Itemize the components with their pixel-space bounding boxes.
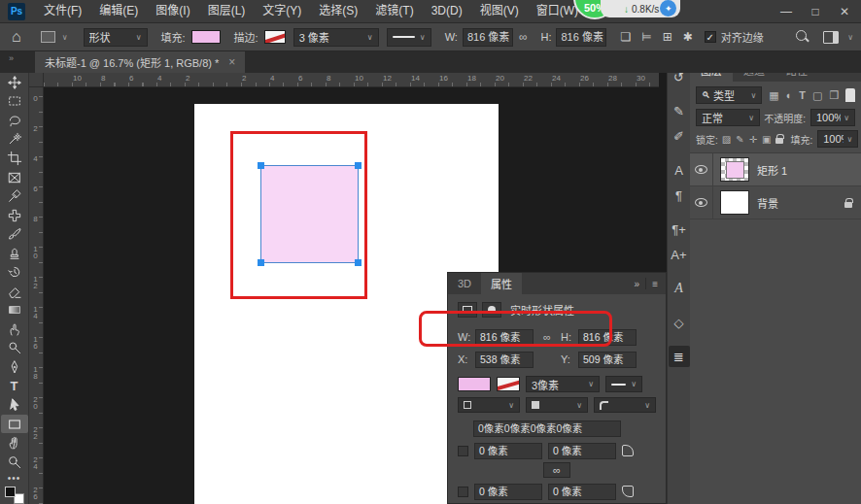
align-edges-checkbox[interactable]: ✓	[705, 31, 716, 43]
close-button[interactable]: ✕	[830, 0, 859, 23]
menu-item-5[interactable]: 选择(S)	[310, 0, 366, 22]
horizontal-ruler[interactable]: 10864224681012141618202224262830	[44, 73, 659, 87]
zoom-tool[interactable]	[1, 453, 28, 472]
tab-properties[interactable]: 属性	[481, 273, 522, 294]
menu-item-8[interactable]: 视图(V)	[471, 0, 528, 22]
crop-tool[interactable]	[1, 149, 28, 168]
home-icon[interactable]: ⌂	[12, 30, 21, 44]
prop-y-input[interactable]: 509 像素	[578, 352, 637, 368]
marquee-tool[interactable]	[1, 92, 28, 112]
dodge-tool[interactable]	[1, 339, 28, 358]
glyphs-panel-icon[interactable]: A	[669, 278, 690, 299]
3d-panel-icon[interactable]: ◇	[669, 312, 690, 333]
corner-radius-bottom-right-input[interactable]: 0 像素	[548, 484, 616, 500]
rectangle-shape[interactable]	[260, 165, 359, 263]
lock-position-icon[interactable]: ✛	[749, 134, 757, 145]
tool-mode-select[interactable]: 形状 ∨	[84, 28, 148, 47]
height-input[interactable]: 816 像素	[556, 28, 606, 47]
history-brush-tool[interactable]	[1, 262, 28, 282]
transform-handle-bottom-right[interactable]	[355, 259, 362, 266]
pixel-filter-icon[interactable]: ▦	[769, 89, 778, 102]
transform-handle-bottom-left[interactable]	[258, 259, 264, 266]
brush-tool[interactable]	[1, 224, 28, 244]
menu-item-6[interactable]: 滤镜(T)	[366, 0, 422, 22]
eyedropper-tool[interactable]	[1, 186, 28, 206]
shape-filter-icon[interactable]: ▢	[812, 89, 822, 102]
menu-item-7[interactable]: 3D(D)	[423, 0, 471, 22]
stroke-style-select[interactable]: ∨	[387, 28, 431, 47]
collapse-panel-icon[interactable]: »	[635, 279, 640, 289]
type-filter-icon[interactable]: T	[799, 89, 806, 101]
path-selection-tool[interactable]	[1, 395, 28, 415]
transform-handle-top-left[interactable]	[258, 162, 264, 169]
link-dimensions-icon[interactable]: ∞	[519, 30, 528, 44]
minimize-button[interactable]: —	[772, 0, 801, 23]
frame-tool[interactable]	[1, 168, 28, 187]
stroke-align-select[interactable]: ∨	[458, 397, 520, 413]
rectangle-tool[interactable]	[1, 415, 28, 434]
opacity-select[interactable]: 100% ∨	[810, 109, 855, 126]
arrange-icon[interactable]: ⊞	[663, 30, 672, 44]
settings-icon[interactable]: ✱	[683, 30, 693, 44]
stroke-caps-select[interactable]: ∨	[526, 397, 588, 413]
corner-radius-top-left-input[interactable]: 0 像素	[474, 443, 542, 459]
layer-visibility-toggle[interactable]	[690, 153, 713, 185]
prop-stroke-style-select[interactable]: ∨	[605, 376, 642, 392]
menu-item-3[interactable]: 图层(L)	[199, 0, 255, 22]
character-panel-icon[interactable]: A	[669, 159, 690, 181]
brushes-panel-icon[interactable]: ✐	[669, 125, 690, 147]
panel-menu-icon[interactable]: ≡	[652, 279, 658, 289]
align-icon[interactable]: ⊨	[641, 30, 651, 44]
vertical-ruler[interactable]: 02468101214161820222426	[29, 87, 44, 504]
clone-stamp-tool[interactable]	[1, 244, 28, 263]
shape-fill-swatch[interactable]	[458, 377, 491, 391]
move-tool[interactable]	[1, 73, 28, 92]
smart-object-filter-icon[interactable]: ❒	[829, 89, 839, 102]
layer-row-0[interactable]: 矩形 1	[690, 153, 861, 186]
lock-transparency-icon[interactable]: ▨	[722, 134, 731, 145]
lock-all-icon[interactable]	[775, 138, 783, 144]
adjustment-filter-icon[interactable]: ◐	[786, 89, 793, 101]
corner-radius-bottom-left-input[interactable]: 0 像素	[474, 484, 542, 500]
paragraph-panel-icon[interactable]: ¶	[669, 185, 690, 206]
collapse-toolbar-icon[interactable]: »	[9, 53, 13, 63]
layer-fill-select[interactable]: 100% ∨	[817, 130, 858, 148]
shape-stroke-swatch[interactable]	[497, 377, 520, 391]
link-radii-button[interactable]: ∞	[543, 462, 570, 478]
stroke-corners-select[interactable]: ∨	[594, 397, 656, 413]
paragraph-styles-panel-icon[interactable]: ¶+	[669, 218, 690, 240]
radius-link-checkbox-2[interactable]	[458, 487, 468, 497]
lock-pixels-icon[interactable]: ✎	[736, 134, 743, 145]
pen-tool[interactable]	[1, 357, 28, 377]
corner-radius-top-right-input[interactable]: 0 像素	[548, 443, 616, 459]
character-styles-panel-icon[interactable]: A+	[669, 244, 690, 265]
corner-radius-summary[interactable]: 0像素0像素0像素0像素	[473, 420, 621, 437]
healing-brush-tool[interactable]	[1, 206, 28, 225]
tab-3d[interactable]: 3D	[448, 273, 481, 294]
stroke-width-select[interactable]: 3 像素 ∨	[293, 28, 379, 47]
prop-stroke-width-select[interactable]: 3像素 ∨	[526, 376, 600, 392]
menu-item-0[interactable]: 文件(F)	[35, 0, 90, 22]
layer-thumbnail[interactable]	[720, 190, 749, 215]
foreground-color-swatch[interactable]	[5, 487, 16, 497]
layer-filter-select[interactable]: 🔍︎ 类型 ∨	[696, 86, 762, 104]
hand-tool[interactable]	[1, 433, 28, 453]
lasso-tool[interactable]	[1, 111, 28, 130]
blend-mode-select[interactable]: 正常 ∨	[696, 109, 760, 126]
maximize-button[interactable]: □	[801, 0, 830, 23]
transform-handle-top-right[interactable]	[355, 162, 362, 169]
radius-link-checkbox[interactable]	[458, 446, 468, 456]
edit-toolbar-icon[interactable]: •••	[8, 473, 21, 484]
eraser-tool[interactable]	[1, 282, 28, 301]
close-tab-icon[interactable]: ×	[228, 55, 235, 69]
align-edges-option[interactable]: ✓ 对齐边缘	[705, 29, 764, 45]
path-operations-icon[interactable]: ❏	[620, 30, 631, 44]
document-tab[interactable]: 未标题-1 @ 16.7% (矩形 1, RGB/8) * ×	[35, 51, 245, 73]
lock-artboard-icon[interactable]: ▣	[762, 134, 771, 145]
smudge-tool[interactable]	[1, 319, 28, 339]
stroke-color-swatch[interactable]	[264, 30, 286, 44]
menu-item-1[interactable]: 编辑(E)	[90, 0, 147, 22]
layer-visibility-toggle[interactable]	[690, 186, 713, 218]
layer-row-1[interactable]: 背景	[690, 186, 861, 219]
quick-selection-tool[interactable]	[1, 130, 28, 150]
